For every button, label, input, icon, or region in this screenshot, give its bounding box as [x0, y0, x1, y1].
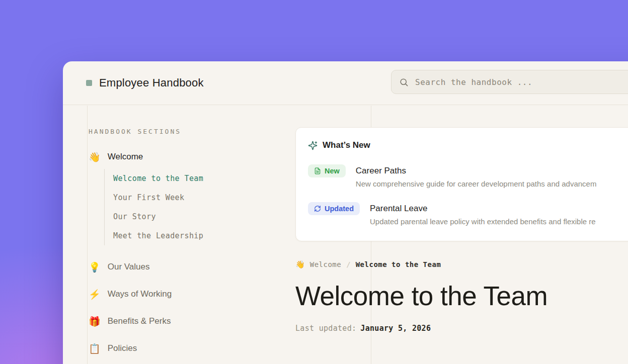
sidebar: HANDBOOK SECTIONS 👋 Welcome Welcome to t… — [88, 106, 289, 354]
last-updated-label: Last updated: — [295, 324, 356, 333]
whats-new-panel: What’s New New Career Paths New comprehe… — [295, 127, 628, 241]
light-bulb-icon: 💡 — [89, 262, 101, 272]
sidebar-item-label: Benefits & Perks — [108, 316, 171, 326]
sidebar-item-label: Welcome — [108, 152, 143, 162]
last-updated-value: January 5, 2026 — [360, 324, 431, 333]
clipboard-icon: 📋 — [89, 344, 101, 353]
sidebar-item-benefits-perks[interactable]: 🎁 Benefits & Perks — [89, 316, 289, 327]
sparkles-icon — [308, 141, 318, 150]
sidebar-item-label: Policies — [108, 343, 137, 353]
sidebar-item-label: Ways of Working — [108, 289, 172, 299]
search-box[interactable] — [391, 70, 628, 94]
whats-new-item-career-paths[interactable]: New Career Paths New comprehensive guide… — [308, 164, 628, 188]
search-icon — [399, 77, 409, 87]
lightning-icon: ⚡ — [89, 290, 101, 299]
page-title: Welcome to the Team — [295, 282, 628, 311]
search-input[interactable] — [415, 77, 628, 87]
sidebar-subitem-welcome-to-the-team[interactable]: Welcome to the Team — [113, 169, 289, 188]
breadcrumb: 👋 Welcome / Welcome to the Team — [295, 260, 628, 268]
waving-hand-icon: 👋 — [295, 261, 305, 268]
new-badge: New — [308, 164, 346, 177]
last-updated: Last updated:January 5, 2026 — [295, 324, 628, 333]
whats-new-item-description: Updated parental leave policy with exten… — [370, 217, 596, 226]
whats-new-item-parental-leave[interactable]: Updated Parental Leave Updated parental … — [308, 202, 628, 226]
whats-new-header: What’s New — [308, 140, 628, 150]
main-content: What’s New New Career Paths New comprehe… — [295, 106, 628, 333]
sidebar-item-ways-of-working[interactable]: ⚡ Ways of Working — [89, 289, 289, 300]
gift-icon: 🎁 — [89, 317, 101, 326]
waving-hand-icon: 👋 — [89, 152, 101, 162]
sidebar-subitem-your-first-week[interactable]: Your First Week — [113, 188, 289, 207]
whats-new-item-description: New comprehensive guide for career devel… — [356, 179, 597, 188]
sidebar-subitem-meet-the-leadership[interactable]: Meet the Leadership — [113, 226, 289, 245]
content-area: HANDBOOK SECTIONS 👋 Welcome Welcome to t… — [63, 106, 628, 364]
sidebar-item-welcome[interactable]: 👋 Welcome — [89, 151, 289, 162]
app-header: Employee Handbook — [63, 61, 628, 105]
whats-new-title: What’s New — [323, 140, 370, 150]
breadcrumb-current-page: Welcome to the Team — [356, 260, 441, 268]
sidebar-item-our-values[interactable]: 💡 Our Values — [89, 261, 289, 272]
sidebar-item-label: Our Values — [108, 262, 150, 272]
page-background: { "app": { "title": "Employee Handbook" … — [0, 0, 628, 364]
breadcrumb-separator: / — [346, 260, 350, 268]
sidebar-subitem-our-story[interactable]: Our Story — [113, 207, 289, 226]
app-logo-icon — [86, 80, 92, 86]
handbook-window: Employee Handbook HANDBOOK SECTIONS 👋 We… — [63, 61, 628, 364]
app-title: Employee Handbook — [99, 76, 204, 89]
whats-new-item-title: Parental Leave — [370, 204, 596, 214]
updated-badge: Updated — [308, 202, 360, 215]
sidebar-item-policies[interactable]: 📋 Policies — [89, 343, 289, 354]
sidebar-sublist-welcome: Welcome to the Team Your First Week Our … — [104, 169, 289, 245]
whats-new-item-title: Career Paths — [356, 166, 597, 176]
breadcrumb-section-link[interactable]: Welcome — [310, 260, 342, 268]
sidebar-section-label: HANDBOOK SECTIONS — [89, 128, 289, 135]
refresh-icon — [314, 205, 321, 212]
file-text-icon — [314, 167, 321, 174]
